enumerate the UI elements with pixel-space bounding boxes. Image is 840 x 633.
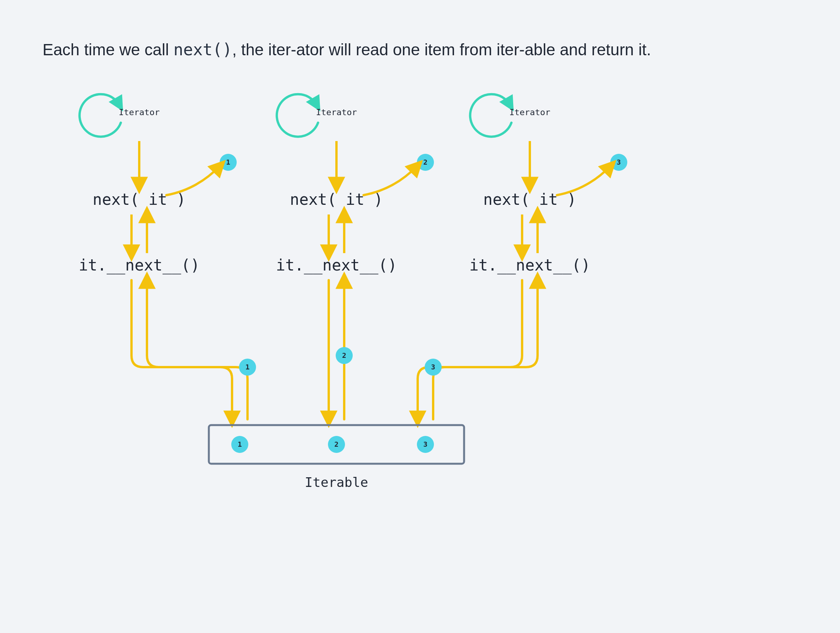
return-badge-2: 2 bbox=[417, 154, 434, 171]
iterator-ring-icon: Iterator bbox=[277, 94, 357, 137]
caption-suffix: , the iter-ator will read one item from … bbox=[232, 41, 651, 59]
svg-text:2: 2 bbox=[342, 351, 347, 359]
iterator-ring-icon: Iterator bbox=[80, 94, 160, 137]
caption-prefix: Each time we call bbox=[43, 41, 173, 59]
iterable-item-2: 2 bbox=[328, 436, 345, 453]
svg-text:1: 1 bbox=[226, 158, 230, 166]
iterator-label: Iterator bbox=[509, 107, 550, 117]
svg-text:3: 3 bbox=[617, 158, 621, 166]
iterable-item-3: 3 bbox=[417, 436, 434, 453]
iterable-box: Iterable bbox=[209, 425, 464, 490]
svg-text:2: 2 bbox=[423, 158, 428, 166]
dunder-next-label: it.__next__() bbox=[469, 256, 590, 274]
iterator-ring-icon: Iterator bbox=[470, 94, 550, 137]
dunder-next-label: it.__next__() bbox=[276, 256, 397, 274]
iterator-label: Iterator bbox=[119, 107, 160, 117]
path-badge-3: 3 bbox=[425, 359, 442, 376]
iterable-item-1: 1 bbox=[231, 436, 248, 453]
iterator-column-1: Iteratornext( it )1it.__next__()1 bbox=[79, 94, 256, 419]
return-badge-1: 1 bbox=[220, 154, 237, 171]
dunder-next-label: it.__next__() bbox=[79, 256, 200, 274]
caption-code: next() bbox=[173, 40, 232, 59]
path-badge-1: 1 bbox=[239, 359, 256, 376]
return-badge-3: 3 bbox=[610, 154, 627, 171]
diagram-canvas: Iteratornext( it )1it.__next__()1Iterato… bbox=[0, 0, 840, 633]
iterator-column-2: Iteratornext( it )2it.__next__()2 bbox=[276, 94, 434, 419]
caption: Each time we call next(), the iter-ator … bbox=[43, 39, 651, 61]
svg-text:3: 3 bbox=[423, 440, 428, 448]
svg-text:3: 3 bbox=[431, 363, 435, 371]
iterator-column-3: Iteratornext( it )3it.__next__()3 bbox=[418, 94, 627, 419]
svg-text:1: 1 bbox=[246, 363, 250, 371]
iterable-label: Iterable bbox=[305, 475, 368, 490]
svg-text:2: 2 bbox=[335, 440, 339, 448]
path-badge-2: 2 bbox=[336, 347, 353, 364]
svg-text:1: 1 bbox=[238, 440, 242, 448]
iterator-label: Iterator bbox=[316, 107, 357, 117]
